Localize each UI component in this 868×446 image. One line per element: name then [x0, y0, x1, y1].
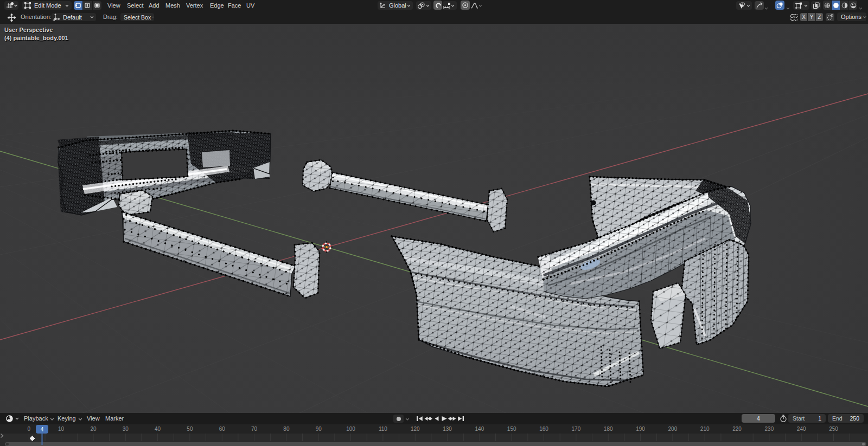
svg-text:160: 160	[539, 426, 548, 432]
svg-text:170: 170	[572, 426, 581, 432]
svg-text:230: 230	[765, 426, 774, 432]
svg-text:10: 10	[58, 426, 65, 432]
svg-text:4: 4	[41, 426, 44, 432]
svg-text:120: 120	[411, 426, 420, 432]
svg-text:0: 0	[28, 426, 31, 432]
svg-text:70: 70	[251, 426, 258, 432]
svg-text:20: 20	[90, 426, 97, 432]
svg-text:130: 130	[443, 426, 452, 432]
svg-text:150: 150	[507, 426, 516, 432]
svg-text:100: 100	[346, 426, 355, 432]
svg-text:90: 90	[316, 426, 322, 432]
svg-text:200: 200	[668, 426, 678, 432]
svg-text:80: 80	[283, 426, 290, 432]
svg-text:140: 140	[475, 426, 484, 432]
svg-text:60: 60	[219, 426, 226, 432]
svg-text:190: 190	[636, 426, 645, 432]
svg-text:210: 210	[700, 426, 710, 432]
svg-text:220: 220	[732, 426, 742, 432]
svg-text:180: 180	[604, 426, 613, 432]
svg-text:50: 50	[187, 426, 193, 432]
svg-text:110: 110	[379, 426, 387, 432]
svg-text:30: 30	[123, 426, 129, 432]
svg-text:250: 250	[829, 426, 838, 432]
svg-text:40: 40	[155, 426, 161, 432]
svg-text:240: 240	[797, 426, 806, 432]
